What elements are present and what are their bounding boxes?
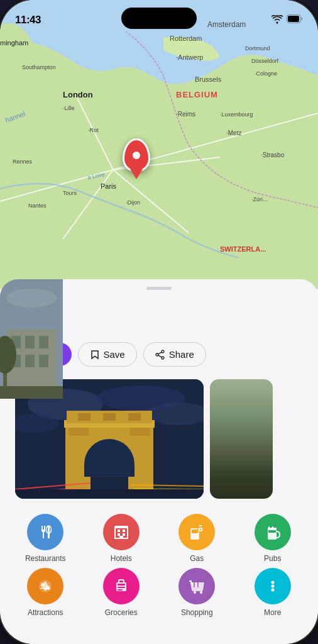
svg-text:·Luxembourg: ·Luxembourg: [220, 111, 253, 118]
svg-text:Nantes: Nantes: [28, 203, 47, 209]
map-svg: London Southampton Rennes Nantes Tours ·…: [0, 0, 318, 289]
svg-point-38: [156, 353, 158, 356]
svg-text:·Cologne: ·Cologne: [255, 70, 277, 77]
svg-point-102: [200, 591, 202, 594]
more-icon: [255, 568, 291, 604]
svg-text:·Dijon: ·Dijon: [126, 199, 140, 206]
svg-text:Rennes: Rennes: [13, 158, 33, 165]
pubs-label: Pubs: [264, 554, 281, 563]
map-marker[interactable]: [123, 138, 150, 172]
svg-point-37: [162, 350, 164, 353]
svg-point-39: [162, 357, 164, 359]
svg-rect-90: [268, 530, 276, 533]
share-button[interactable]: Share: [143, 342, 206, 367]
bookmark-icon: [90, 350, 100, 360]
category-more[interactable]: More: [238, 568, 309, 617]
status-icons: [271, 14, 303, 26]
gas-label: Gas: [190, 554, 204, 563]
restaurants-label: Restaurants: [25, 554, 66, 563]
more-label: More: [264, 608, 281, 617]
category-shopping[interactable]: Shopping: [162, 568, 233, 617]
category-gas[interactable]: Gas: [162, 514, 233, 563]
svg-point-87: [200, 529, 202, 531]
svg-rect-1: [288, 16, 299, 22]
share-label: Share: [169, 349, 194, 360]
category-pubs[interactable]: Pubs: [238, 514, 309, 563]
svg-line-60: [133, 489, 204, 489]
phone-frame: 11:43: [0, 0, 318, 644]
status-time: 11:43: [15, 14, 41, 26]
svg-rect-98: [118, 584, 125, 586]
battery-icon: [287, 14, 303, 26]
gas-icon: [178, 514, 215, 550]
svg-text:Düsseldorf: Düsseldorf: [251, 58, 279, 64]
svg-text:Brussels: Brussels: [195, 75, 222, 83]
dynamic-island: [121, 8, 197, 29]
svg-text:·Züri...: ·Züri...: [251, 196, 268, 203]
svg-point-105: [271, 581, 274, 584]
svg-text:Tours: Tours: [63, 190, 77, 196]
side-photo-bg: [210, 379, 273, 499]
shopping-icon: [178, 568, 215, 604]
svg-text:BELGIUM: BELGIUM: [176, 90, 218, 99]
svg-rect-81: [123, 533, 125, 536]
svg-rect-78: [118, 530, 120, 532]
shopping-label: Shopping: [181, 608, 213, 617]
svg-text:Paris: Paris: [101, 182, 117, 190]
groceries-label: Groceries: [105, 608, 138, 617]
share-icon: [155, 350, 165, 360]
svg-rect-56: [128, 413, 141, 421]
svg-text:·Lille: ·Lille: [63, 105, 75, 111]
category-restaurants[interactable]: Restaurants: [10, 514, 81, 563]
svg-text:Southampton: Southampton: [22, 64, 56, 70]
svg-text:·Metz: ·Metz: [226, 130, 241, 136]
bottom-sheet: Paris France i Info Save: [0, 279, 318, 644]
svg-rect-80: [118, 533, 120, 536]
svg-rect-99: [118, 587, 125, 588]
svg-point-95: [41, 583, 45, 587]
map-area[interactable]: London Southampton Rennes Nantes Tours ·…: [0, 0, 318, 289]
save-label: Save: [104, 349, 125, 360]
svg-text:Rotterdam: Rotterdam: [170, 35, 202, 42]
restaurants-icon: [27, 514, 63, 550]
svg-rect-54: [78, 413, 90, 421]
svg-text:·Rot: ·Rot: [88, 127, 99, 133]
svg-point-107: [271, 589, 274, 592]
svg-text:London: London: [63, 90, 93, 99]
svg-rect-85: [192, 530, 198, 533]
attractions-label: Attractions: [28, 608, 63, 617]
svg-rect-51: [130, 426, 150, 436]
wifi-icon: [271, 15, 283, 26]
hotels-icon: [103, 514, 140, 550]
groceries-icon: [103, 568, 140, 604]
phone-screen: 11:43: [0, 0, 318, 644]
svg-point-106: [271, 585, 274, 588]
svg-rect-55: [103, 413, 116, 421]
svg-rect-83: [119, 536, 123, 538]
photo-louvre[interactable]: [210, 379, 273, 499]
svg-line-41: [158, 355, 162, 357]
svg-text:Dortmund: Dortmund: [245, 45, 270, 52]
location-pin: [123, 138, 150, 172]
svg-rect-79: [123, 530, 125, 532]
svg-rect-100: [118, 589, 123, 591]
category-groceries[interactable]: Groceries: [86, 568, 157, 617]
svg-line-40: [158, 352, 162, 354]
sheet-handle[interactable]: [146, 287, 172, 290]
save-button[interactable]: Save: [78, 342, 137, 367]
category-hotels[interactable]: Hotels: [86, 514, 157, 563]
svg-rect-49: [69, 426, 89, 436]
category-attractions[interactable]: Attractions: [10, 568, 81, 617]
svg-rect-61: [15, 489, 204, 499]
svg-point-101: [194, 591, 196, 594]
hotels-label: Hotels: [111, 554, 132, 563]
svg-text:SWITZERLA...: SWITZERLA...: [220, 245, 266, 253]
svg-rect-74: [48, 526, 50, 532]
svg-text:·Reims: ·Reims: [176, 111, 195, 118]
marker-dot: [133, 152, 140, 159]
category-grid: Restaurants Hotels: [0, 514, 318, 617]
attractions-icon: [27, 568, 63, 604]
photo-strip[interactable]: [0, 379, 318, 514]
svg-text:·Antwerp: ·Antwerp: [176, 53, 203, 61]
svg-rect-91: [268, 528, 277, 530]
